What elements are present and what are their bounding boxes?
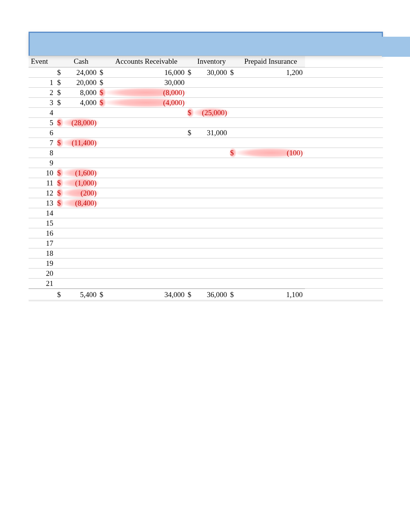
opening-cash: 24,000 [63, 68, 99, 77]
pre-currency [229, 218, 236, 228]
table-row: 17 [29, 238, 383, 248]
col-cash: Cash [63, 56, 99, 67]
table-row: 3$4,000$(4,000) [29, 97, 383, 107]
ar-value: 30,000 [106, 78, 187, 87]
cash-currency [56, 279, 63, 288]
inv-value [194, 198, 229, 208]
inv-value [194, 218, 229, 228]
pre-currency [229, 158, 236, 168]
pre-currency [229, 108, 236, 117]
cash-currency [56, 128, 63, 138]
opening-cash-cur: $ [56, 68, 63, 77]
table-row: 18 [29, 248, 383, 258]
inv-value [194, 228, 229, 238]
event-number: 8 [29, 148, 56, 158]
cash-value: 8,000 [63, 88, 99, 97]
opening-inv-cur: $ [187, 68, 194, 77]
cash-currency [56, 269, 63, 278]
cash-currency [56, 248, 63, 258]
table-row: 19 [29, 258, 383, 268]
pre-value [236, 128, 305, 138]
cash-value: (200) [63, 188, 99, 198]
ar-currency: $ [99, 78, 106, 87]
ar-value [106, 118, 187, 127]
cash-currency: $ [56, 178, 63, 188]
totals-cash: 5,400 [63, 289, 99, 300]
col-ar: Accounts Receivable [106, 56, 187, 67]
pre-value [236, 78, 305, 87]
event-number: 12 [29, 188, 56, 198]
totals-ar-cur: $ [99, 289, 106, 300]
cash-value [63, 108, 99, 117]
table-row: 8$(100) [29, 148, 383, 158]
inv-value [194, 158, 229, 168]
inv-currency [187, 168, 194, 178]
pre-value [236, 279, 305, 288]
inv-currency [187, 269, 194, 278]
cash-value [63, 279, 99, 288]
cash-currency [56, 108, 63, 117]
col-cash-cur [56, 56, 63, 67]
event-number: 4 [29, 108, 56, 117]
totals-pre: 1,100 [236, 289, 305, 300]
inv-currency [187, 198, 194, 208]
inv-currency [187, 279, 194, 288]
event-number: 14 [29, 208, 56, 218]
ar-value [106, 279, 187, 288]
cash-currency: $ [56, 78, 63, 87]
event-number: 15 [29, 218, 56, 228]
ar-value [106, 269, 187, 278]
pre-value [236, 138, 305, 148]
ar-value [106, 188, 187, 198]
header-band [29, 32, 383, 56]
event-number: 6 [29, 128, 56, 138]
opening-ar-cur: $ [99, 68, 106, 77]
cash-value: 20,000 [63, 78, 99, 87]
event-number: 1 [29, 78, 56, 87]
event-number: 16 [29, 228, 56, 238]
pre-currency [229, 238, 236, 248]
inv-currency [187, 88, 194, 97]
ar-value [106, 108, 187, 117]
ar-currency: $ [99, 98, 106, 107]
table-row: 5$(28,000) [29, 117, 383, 127]
inv-value [194, 248, 229, 258]
totals-cash-cur: $ [56, 289, 63, 300]
pre-currency [229, 188, 236, 198]
pre-currency [229, 279, 236, 288]
pre-value: (100) [236, 148, 305, 158]
inv-value [194, 138, 229, 148]
cash-currency [56, 228, 63, 238]
inv-value [194, 168, 229, 178]
column-headers: Event Cash Accounts Receivable Inventory… [29, 56, 383, 67]
inv-currency [187, 258, 194, 268]
opening-inv: 30,000 [194, 68, 229, 77]
cash-value [63, 258, 99, 268]
cash-value: (11,400) [63, 138, 99, 148]
pre-currency: $ [229, 148, 236, 158]
ar-currency [99, 228, 106, 238]
pre-value [236, 188, 305, 198]
cash-value [63, 238, 99, 248]
pre-value [236, 238, 305, 248]
ar-currency: $ [99, 88, 106, 97]
event-number: 11 [29, 178, 56, 188]
bottom-shadow [29, 300, 383, 302]
table-row: 2$8,000$(8,000) [29, 87, 383, 97]
cash-currency: $ [56, 88, 63, 97]
table-row: 15 [29, 218, 383, 228]
cash-value [63, 248, 99, 258]
ar-currency [99, 279, 106, 288]
inv-currency [187, 98, 194, 107]
pre-value [236, 248, 305, 258]
pre-currency [229, 98, 236, 107]
col-pre: Prepaid Insurance [236, 56, 305, 67]
ar-currency [99, 158, 106, 168]
inv-value [194, 258, 229, 268]
pre-value [236, 108, 305, 117]
pre-currency [229, 228, 236, 238]
pre-currency [229, 258, 236, 268]
event-number: 20 [29, 269, 56, 278]
ar-currency [99, 208, 106, 218]
cash-value: (28,000) [63, 118, 99, 127]
